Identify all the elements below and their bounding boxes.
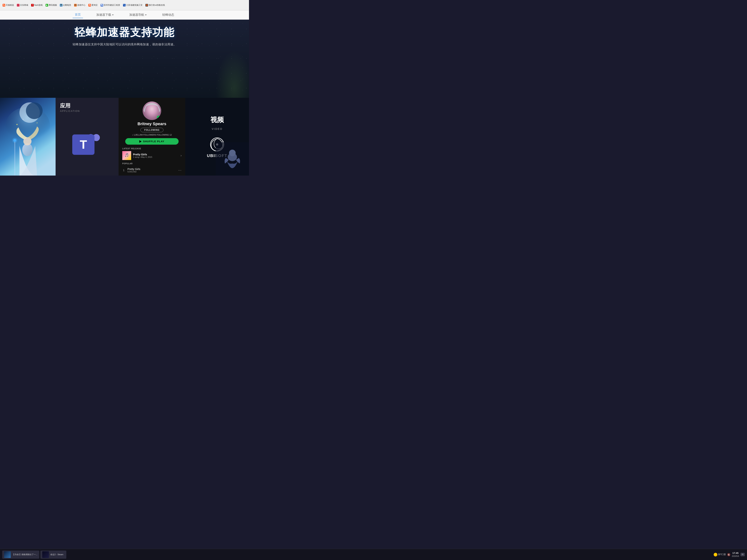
nav-item[interactable]: 首页	[73, 12, 83, 18]
bookmark-favicon: 🎮	[74, 4, 77, 6]
hero-subtitle: 轻蜂加速器仅支持中国大陆地区可以访问的境外网络加速，请勿做非法用途。	[0, 43, 249, 47]
game-character-svg	[216, 142, 249, 176]
game-character-area	[216, 142, 249, 176]
bookmark-item[interactable]: 🛍天猫精选	[1, 3, 15, 7]
nav-item-label: 加速器下载	[96, 13, 114, 17]
songs-list: 1 Pretty Girls 9,543,402 ··· 2 ...Baby O…	[122, 166, 182, 176]
shuffle-play-button[interactable]: SHUFFLE PLAY	[125, 138, 179, 144]
bookmark-label: 爱淘宝	[92, 4, 98, 6]
latest-release-section-label: LATEST RELEASE	[122, 148, 141, 150]
hero-section: 轻蜂加速器支持功能 轻蜂加速器仅支持中国大陆地区可以访问的境外网络加速，请勿做非…	[0, 20, 249, 47]
bookmark-item[interactable]: fflash游戏	[30, 3, 44, 7]
bookmark-item[interactable]: 🎮游戏中心	[73, 3, 86, 7]
bookmark-favicon: 🏀	[146, 4, 148, 6]
hero-title: 轻蜂加速器支持功能	[0, 25, 249, 39]
spotify-panel: ✓ Britney Spears FOLLOWING ♪ 1,051,294 F…	[119, 98, 185, 176]
followers-label: FOLLOWERS	[144, 134, 156, 136]
svg-text:✦: ✦	[16, 123, 18, 126]
latest-release-item[interactable]: 🎵 Pretty Girls 1 song • May 4, 2015 ›	[122, 151, 182, 160]
artist-avatar: ✓	[143, 102, 161, 120]
following-button[interactable]: FOLLOWING	[140, 128, 163, 132]
bookmark-item[interactable]: 淘爱淘宝	[87, 3, 99, 7]
popular-section: POPULAR 1 Pretty Girls 9,543,402 ··· 2 .…	[122, 163, 182, 176]
release-info: Pretty Girls 1 song • May 4, 2015	[133, 153, 179, 158]
bookmark-favicon: 淘	[88, 4, 91, 6]
bookmark-favicon: 🛒	[17, 4, 20, 6]
bookmark-label: 腾讯视频	[49, 4, 57, 6]
verified-badge: ✓	[157, 115, 160, 119]
release-art-svg: 🎵	[122, 151, 131, 160]
svg-text:✦: ✦	[22, 118, 24, 121]
app-panel: 应用 APPLICATION T	[56, 98, 119, 176]
play-triangle-icon	[139, 140, 141, 143]
bookmark-label: 天猫精选	[6, 4, 14, 6]
music-note-icon: ♪	[132, 134, 134, 136]
dropdown-arrow-icon	[145, 15, 147, 16]
song-more-icon[interactable]: ···	[178, 168, 182, 172]
bookmark-favicon: 🔧	[123, 4, 126, 6]
following-label-text: FOLLOWING	[157, 134, 169, 136]
bookmarks-bar: 🛍天猫精选🛒京东商城fflash游戏▶腾讯视频🐧企鹅电竞🎮游戏中心淘爱淘宝🏗苏州…	[0, 0, 249, 10]
song-info: Pretty Girls 9,543,402	[127, 167, 176, 173]
bookmark-label: 企鹅电竞	[63, 4, 71, 6]
bookmark-item[interactable]: 🔧江苏省建筑施工安	[122, 3, 144, 7]
bookmark-label: 游戏中心	[77, 4, 85, 6]
app-label-en: APPLICATION	[60, 110, 114, 112]
release-meta: 1 song • May 4, 2015	[133, 156, 179, 158]
teams-logo[interactable]: T	[72, 131, 102, 157]
release-arrow-icon: ›	[181, 154, 182, 157]
nav-item[interactable]: 加速器导航	[127, 12, 149, 18]
bookmark-favicon: 🏗	[101, 4, 103, 6]
bookmark-label: 江苏省建筑施工安	[126, 4, 143, 6]
bookmark-favicon: ▶	[46, 4, 48, 6]
following-count: 12	[170, 134, 172, 136]
svg-text:🎵: 🎵	[125, 153, 129, 157]
bookmark-label: flash游戏	[34, 4, 43, 6]
bookmark-item[interactable]: ▶腾讯视频	[45, 3, 58, 7]
song-number: 1	[122, 169, 125, 172]
panels-area: ✦ ✦ ✦ 应用 APPLICATION	[0, 98, 249, 176]
dropdown-arrow-icon	[112, 15, 114, 16]
bookmark-item[interactable]: 🏀独行侠vs快船在线	[144, 3, 166, 7]
app-label-zh: 应用	[60, 102, 114, 109]
bookmark-label: 苏州市建设工程质	[104, 4, 120, 6]
svg-point-17	[229, 150, 236, 156]
bookmark-label: 独行侠vs快船在线	[149, 4, 165, 6]
main-content: 轻蜂加速器支持功能 轻蜂加速器仅支持中国大陆地区可以访问的境外网络加速，请勿做非…	[0, 20, 249, 176]
teams-t-letter: T	[80, 138, 87, 152]
song-title: Pretty Girls	[127, 167, 176, 170]
nav-bar: 首页加速器下载 加速器导航 轻蜂动态	[0, 10, 249, 20]
bookmark-item[interactable]: 🐧企鹅电竞	[59, 3, 72, 7]
bookmark-favicon: 🐧	[60, 4, 62, 6]
release-artwork: 🎵	[122, 151, 131, 160]
anime-art-panel: ✦ ✦ ✦	[0, 98, 56, 176]
song-play-count: 9,543,402	[127, 170, 176, 173]
nav-item[interactable]: 轻蜂动态	[160, 12, 176, 18]
popular-song-item[interactable]: 2 ...Baby One More Time 29,276,566 ···	[122, 174, 182, 176]
shuffle-play-label: SHUFFLE PLAY	[143, 140, 164, 143]
bookmark-favicon: f	[31, 4, 34, 6]
followers-count: 1,051,294	[134, 134, 143, 136]
bookmark-item[interactable]: 🏗苏州市建设工程质	[100, 3, 121, 7]
release-title: Pretty Girls	[133, 153, 179, 156]
popular-section-label: POPULAR	[122, 163, 182, 165]
svg-point-2	[26, 102, 43, 119]
nav-item[interactable]: 加速器下载	[94, 12, 116, 18]
teams-t-block: T	[72, 134, 95, 155]
bookmark-label: 京东商城	[20, 4, 28, 6]
anime-character-svg: ✦ ✦ ✦	[0, 98, 56, 176]
bookmark-favicon: 🛍	[3, 4, 5, 6]
bookmark-item[interactable]: 🛒京东商城	[16, 3, 29, 7]
svg-text:✦: ✦	[36, 122, 38, 124]
teams-logo-area: T	[60, 116, 114, 171]
followers-info: ♪ 1,051,294 FOLLOWERS FOLLOWING 12	[132, 134, 172, 136]
artist-name: Britney Spears	[137, 122, 166, 126]
video-panel: 视频 VIDEO UBISOFT	[185, 98, 249, 176]
video-label-en: VIDEO	[212, 127, 223, 130]
video-label-zh: 视频	[210, 115, 224, 125]
popular-song-item[interactable]: 1 Pretty Girls 9,543,402 ···	[122, 166, 182, 174]
nav-item-label: 加速器导航	[129, 13, 147, 17]
